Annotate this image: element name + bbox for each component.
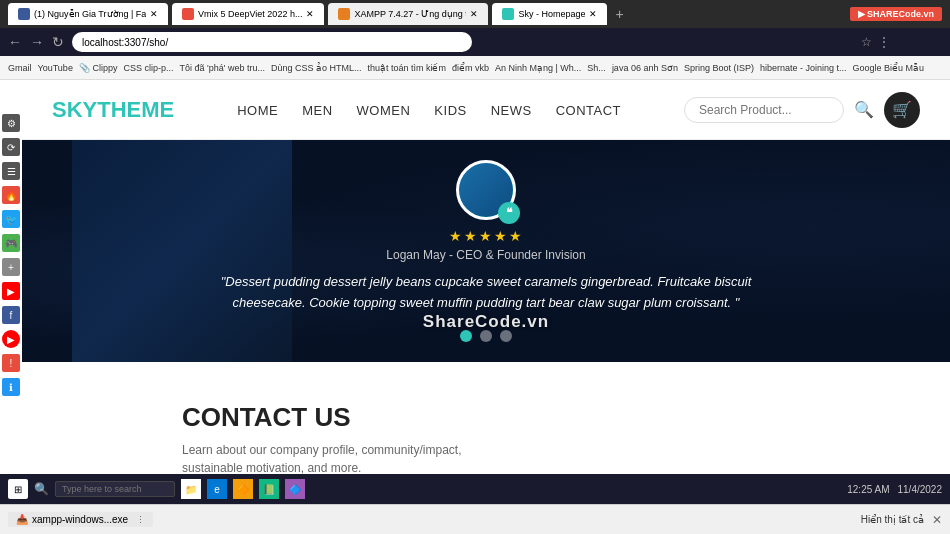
bookmark-css[interactable]: CSS clip-p...: [123, 63, 173, 73]
hero-section: ❝ ★★★★★ Logan May - CEO & Founder Invisi…: [22, 140, 950, 362]
close-download-bar[interactable]: ✕: [932, 513, 942, 527]
reload-button[interactable]: ↻: [52, 34, 64, 50]
nav-kids[interactable]: KIDS: [434, 103, 466, 118]
bookmark-spring[interactable]: Spring Boot (ISP): [684, 63, 754, 73]
hero-content: ❝ ★★★★★ Logan May - CEO & Founder Invisi…: [186, 160, 786, 342]
bookmark-gmail[interactable]: Gmail: [8, 63, 32, 73]
bookmark-clippy[interactable]: 📎 Clippy: [79, 63, 118, 73]
contact-subtitle: Learn about our company profile, communi…: [182, 441, 920, 477]
bookmark-hibernate[interactable]: hibernate - Joining t...: [760, 63, 847, 73]
sidebar-fire-icon[interactable]: 🔥: [2, 186, 20, 204]
tab-sky[interactable]: Sky - Homepage ✕: [492, 3, 607, 25]
bookmark-html[interactable]: Dùng CSS ảo HTML...: [271, 63, 362, 73]
url-input[interactable]: [72, 32, 472, 52]
bookmark-java[interactable]: java 06 anh Sơn: [612, 63, 678, 73]
new-tab-button[interactable]: +: [615, 6, 623, 22]
stars-rating: ★★★★★: [449, 228, 524, 244]
taskbar-time: 12:25 AM: [847, 484, 889, 495]
sidebar-youtube2-icon[interactable]: ▶: [2, 330, 20, 348]
nav-news[interactable]: NEWS: [491, 103, 532, 118]
dot-1[interactable]: [460, 330, 472, 342]
navbar: SKYTHEME HOME MEN WOMEN KIDS NEWS CONTAC…: [22, 80, 950, 140]
show-all-downloads[interactable]: Hiển thị tất cả: [861, 514, 924, 525]
logo: SKYTHEME: [52, 97, 174, 123]
testimonial-text: "Dessert pudding dessert jelly beans cup…: [186, 272, 786, 314]
carousel-dots: [460, 330, 512, 342]
back-button[interactable]: ←: [8, 34, 22, 50]
search-input[interactable]: [684, 97, 844, 123]
taskbar-app3[interactable]: 🔶: [233, 479, 253, 499]
sidebar-facebook-icon[interactable]: f: [2, 306, 20, 324]
forward-button[interactable]: →: [30, 34, 44, 50]
taskbar-file-explorer[interactable]: 📁: [181, 479, 201, 499]
dot-2[interactable]: [480, 330, 492, 342]
sidebar-alert-icon[interactable]: !: [2, 354, 20, 372]
nav-men[interactable]: MEN: [302, 103, 332, 118]
taskbar-search-icon[interactable]: 🔍: [34, 482, 49, 496]
nav-home[interactable]: HOME: [237, 103, 278, 118]
taskbar-app4[interactable]: 📗: [259, 479, 279, 499]
windows-start-button[interactable]: ⊞: [8, 479, 28, 499]
nav-right: 🔍 🛒: [684, 92, 920, 128]
dot-3[interactable]: [500, 330, 512, 342]
sidebar-youtube-icon[interactable]: ▶: [2, 282, 20, 300]
reviewer-name: Logan May - CEO & Founder Invision: [386, 248, 585, 262]
taskbar-right: 12:25 AM 11/4/2022: [847, 484, 942, 495]
taskbar: ⊞ 🔍 📁 e 🔶 📗 🔷 12:25 AM 11/4/2022: [0, 474, 950, 504]
cart-button[interactable]: 🛒: [884, 92, 920, 128]
tab-facebook[interactable]: (1) Nguyễn Gia Trường | Fac... ✕: [8, 3, 168, 25]
download-bar: 📥 xampp-windows...exe ⋮ Hiển thị tất cả …: [0, 504, 950, 534]
bookmark-network[interactable]: An Ninh Mạng | Wh...: [495, 63, 581, 73]
taskbar-search-input[interactable]: [55, 481, 175, 497]
avatar-container: ❝: [456, 160, 516, 220]
nav-contact[interactable]: CONTACT: [556, 103, 621, 118]
bookmark-sh[interactable]: Sh...: [587, 63, 606, 73]
search-icon[interactable]: 🔍: [854, 100, 874, 119]
sidebar-twitter-icon[interactable]: 🐦: [2, 210, 20, 228]
tab-bar: (1) Nguyễn Gia Trường | Fac... ✕ Vmix 5 …: [0, 0, 950, 28]
sidebar-settings-icon[interactable]: ⚙: [2, 114, 20, 132]
address-bar: ← → ↻ ☆ ⋮: [0, 28, 950, 56]
nav-links: HOME MEN WOMEN KIDS NEWS CONTACT: [237, 101, 621, 119]
bookmark-search[interactable]: thuật toán tìm kiếm: [367, 63, 446, 73]
bookmark-vkb[interactable]: điểm vkb: [452, 63, 489, 73]
sidebar-info-icon[interactable]: ℹ: [2, 378, 20, 396]
bookmark-web[interactable]: Tôi đã 'phá' web tru...: [179, 63, 264, 73]
taskbar-app5[interactable]: 🔷: [285, 479, 305, 499]
settings-icon[interactable]: ⋮: [878, 35, 890, 49]
sidebar-menu-icon[interactable]: ☰: [2, 162, 20, 180]
bookmark-forms[interactable]: Google Biểu Mẫu: [853, 63, 925, 73]
sharecode-logo: ▶SHARECode.vn: [850, 7, 942, 21]
website-content: SKYTHEME HOME MEN WOMEN KIDS NEWS CONTAC…: [22, 80, 950, 534]
sidebar-plus-icon[interactable]: +: [2, 258, 20, 276]
tab-xampp[interactable]: XAMPP 7.4.27 - Ứng dụng tr... ✕: [328, 3, 488, 25]
bookmark-icon[interactable]: ☆: [861, 35, 872, 49]
taskbar-date: 11/4/2022: [898, 484, 943, 495]
sidebar-game-icon[interactable]: 🎮: [2, 234, 20, 252]
bookmark-youtube[interactable]: YouTube: [38, 63, 73, 73]
download-item: 📥 xampp-windows...exe ⋮: [8, 512, 153, 527]
contact-title: CONTACT US: [182, 402, 920, 433]
taskbar-edge[interactable]: e: [207, 479, 227, 499]
nav-women[interactable]: WOMEN: [357, 103, 411, 118]
quote-badge: ❝: [498, 202, 520, 224]
tab-vmix[interactable]: Vmix 5 DeepViet 2022 h... ✕: [172, 3, 324, 25]
download-file-icon: 📥: [16, 514, 28, 525]
sidebar-history-icon[interactable]: ⟳: [2, 138, 20, 156]
sidebar: ⚙ ⟳ ☰ 🔥 🐦 🎮 + ▶ f ▶ ! ℹ: [0, 110, 22, 400]
bookmarks-bar: Gmail YouTube 📎 Clippy CSS clip-p... Tôi…: [0, 56, 950, 80]
